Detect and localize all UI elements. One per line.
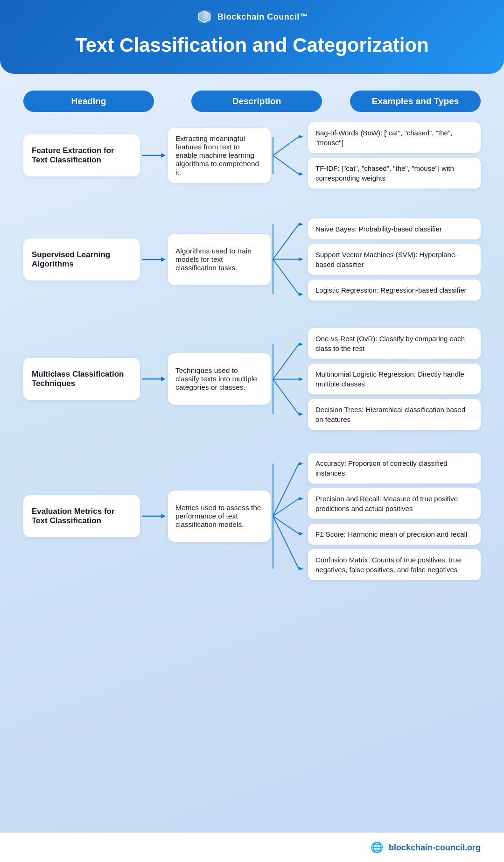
row-multiclass: Multiclass Classification Techniques Tec… bbox=[23, 328, 481, 430]
examples-col-supervised-learning: Naive Bayes: Probability-based classifie… bbox=[308, 218, 481, 301]
desc-box-evaluation-metrics: Metrics used to assess the performance o… bbox=[168, 491, 271, 542]
heading-box-evaluation-metrics: Evaluation Metrics for Text Classificati… bbox=[23, 495, 140, 537]
column-headers: Heading Description Examples and Types bbox=[23, 91, 481, 112]
example-box-multiclass-2: Decision Trees: Hierarchical classificat… bbox=[308, 399, 481, 430]
example-box-multiclass-0: One-vs-Rest (OvR): Classify by comparing… bbox=[308, 328, 481, 359]
svg-line-14 bbox=[273, 155, 299, 174]
arrow-heading-to-desc-multiclass bbox=[140, 374, 168, 384]
example-box-supervised-learning-0: Naive Bayes: Probability-based classifie… bbox=[308, 218, 481, 239]
svg-marker-29 bbox=[299, 342, 303, 346]
svg-line-32 bbox=[273, 379, 299, 414]
svg-marker-20 bbox=[299, 223, 303, 226]
arrow-heading-to-desc-evaluation-metrics bbox=[140, 512, 168, 521]
svg-marker-31 bbox=[299, 377, 303, 381]
heading-box-feature-extraction: Feature Extraction for Text Classificati… bbox=[23, 134, 140, 176]
example-box-feature-extraction-1: TF-IDF: ["cat", "chased", "the", "mouse"… bbox=[308, 158, 481, 189]
svg-line-23 bbox=[273, 259, 299, 294]
col-header-description: Description bbox=[191, 91, 322, 112]
svg-marker-35 bbox=[161, 514, 166, 519]
arrow-heading-to-desc-feature-extraction bbox=[140, 151, 168, 160]
svg-marker-10 bbox=[161, 153, 166, 158]
svg-marker-17 bbox=[161, 257, 166, 262]
footer: 🌐 blockchain-council.org bbox=[0, 832, 504, 862]
svg-line-43 bbox=[273, 516, 299, 569]
fan-arrows-evaluation-metrics bbox=[271, 449, 308, 584]
row-feature-extraction: Feature Extraction for Text Classificati… bbox=[23, 120, 481, 190]
example-box-evaluation-metrics-2: F1 Score: Harmonic mean of precision and… bbox=[308, 524, 481, 545]
example-box-evaluation-metrics-1: Precision and Recall: Measure of true po… bbox=[308, 488, 481, 519]
desc-box-supervised-learning: Algorithms used to train models for text… bbox=[168, 234, 271, 285]
svg-marker-24 bbox=[299, 293, 303, 296]
content-area: Feature Extraction for Text Classificati… bbox=[23, 120, 481, 621]
example-box-evaluation-metrics-3: Confusion Matrix: Counts of true positiv… bbox=[308, 549, 481, 580]
brand-name: Blockchain Council™ bbox=[217, 12, 308, 22]
svg-line-12 bbox=[273, 137, 299, 155]
page-title: Text Classification and Categorization bbox=[56, 34, 448, 57]
arrow-heading-to-desc-supervised-learning bbox=[140, 255, 168, 264]
example-box-supervised-learning-1: Support Vector Machines (SVM): Hyperplan… bbox=[308, 244, 481, 275]
heading-box-multiclass: Multiclass Classification Techniques bbox=[23, 358, 140, 400]
svg-marker-42 bbox=[299, 532, 303, 536]
example-box-multiclass-1: Multinomial Logistic Regression: Directl… bbox=[308, 364, 481, 394]
col-header-heading: Heading bbox=[23, 91, 154, 112]
desc-box-feature-extraction: Extracting meaningful features from text… bbox=[168, 128, 271, 183]
examples-col-multiclass: One-vs-Rest (OvR): Classify by comparing… bbox=[308, 328, 481, 430]
fan-arrows-multiclass bbox=[271, 329, 308, 429]
brand-icon bbox=[196, 8, 213, 25]
row-evaluation-metrics: Evaluation Metrics for Text Classificati… bbox=[23, 449, 481, 584]
examples-col-evaluation-metrics: Accuracy: Proportion of correctly classi… bbox=[308, 453, 481, 580]
heading-box-supervised-learning: Supervised Learning Algorithms bbox=[23, 238, 140, 280]
example-box-supervised-learning-2: Logistic Regression: Regression-based cl… bbox=[308, 280, 481, 301]
brand-bar: Blockchain Council™ bbox=[196, 8, 308, 25]
svg-marker-15 bbox=[299, 172, 303, 176]
svg-marker-26 bbox=[161, 377, 166, 381]
col-header-examples: Examples and Types bbox=[350, 91, 481, 112]
svg-marker-44 bbox=[299, 567, 303, 571]
fan-arrows-supervised-learning bbox=[271, 209, 308, 309]
globe-icon: 🌐 bbox=[371, 841, 383, 854]
example-box-evaluation-metrics-0: Accuracy: Proportion of correctly classi… bbox=[308, 453, 481, 484]
fan-arrows-feature-extraction bbox=[271, 120, 308, 190]
svg-marker-22 bbox=[299, 258, 303, 261]
examples-col-feature-extraction: Bag-of-Words (BoW): ["cat", "chased", "t… bbox=[308, 122, 481, 189]
svg-line-28 bbox=[273, 344, 299, 379]
row-supervised-learning: Supervised Learning Algorithms Algorithm… bbox=[23, 209, 481, 309]
footer-url: blockchain-council.org bbox=[389, 843, 481, 853]
svg-line-37 bbox=[273, 464, 299, 517]
example-box-feature-extraction-0: Bag-of-Words (BoW): ["cat", "chased", "t… bbox=[308, 122, 481, 153]
svg-marker-13 bbox=[299, 135, 303, 139]
svg-marker-33 bbox=[299, 412, 303, 416]
desc-box-multiclass: Techniques used to classify texts into m… bbox=[168, 353, 271, 405]
svg-marker-38 bbox=[299, 462, 303, 466]
svg-marker-40 bbox=[299, 497, 303, 501]
svg-line-19 bbox=[273, 224, 299, 259]
page-header: Blockchain Council™ Text Classification … bbox=[0, 0, 504, 74]
